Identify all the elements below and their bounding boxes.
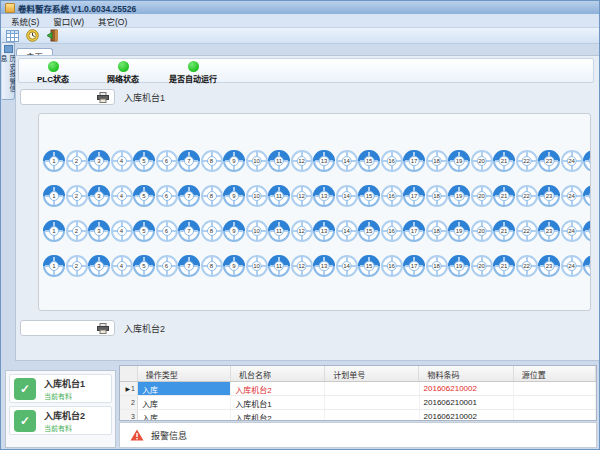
green-status-dot — [48, 61, 59, 72]
coil-slot-9-occupied: 9 — [223, 150, 245, 172]
coil-slot-7-occupied: 7 — [178, 255, 200, 277]
coil-slot-8-empty: 8 — [201, 150, 223, 172]
column-header[interactable]: 计划单号 — [325, 366, 419, 381]
machine-card-status: 当前有料 — [44, 391, 85, 401]
coil-slot-12-empty: 12 — [291, 185, 313, 207]
table-row[interactable]: 2入库入库机台1201606210001 — [120, 396, 596, 410]
station2-header: 入库机台2 — [20, 320, 165, 336]
table-row[interactable]: 3入库入库机台2201606210002 — [120, 410, 596, 421]
coil-slot-25-occupied: 25 — [583, 220, 591, 242]
coil-slot-9-occupied: 9 — [223, 185, 245, 207]
coil-slot-12-empty: 12 — [291, 255, 313, 277]
coil-slot-4-empty: 4 — [111, 255, 133, 277]
table-cell[interactable] — [325, 396, 419, 409]
coil-slot-2-empty: 2 — [66, 220, 88, 242]
green-status-dot — [188, 61, 199, 72]
machine-card-title: 入库机台1 — [44, 377, 85, 390]
coil-slot-3-occupied: 3 — [88, 220, 110, 242]
table-row[interactable]: ▶1入库入库机台2201606210002 — [120, 382, 596, 396]
printer-icon — [97, 323, 109, 334]
table-cell[interactable]: 入库机台1 — [231, 396, 325, 409]
coil-slot-11-occupied: 11 — [268, 220, 290, 242]
coil-slot-5-occupied: 5 — [133, 220, 155, 242]
column-header[interactable]: 源位置 — [514, 366, 596, 381]
status-indicator-label: 是否自动运行 — [169, 73, 217, 84]
coil-slot-21-occupied: 21 — [493, 220, 515, 242]
coil-slot-16-empty: 16 — [381, 185, 403, 207]
station1-label: 入库机台1 — [124, 91, 165, 104]
dock-tab-history-alarm[interactable]: 历史报警信息 — [2, 42, 15, 100]
coil-slot-15-occupied: 15 — [358, 185, 380, 207]
machine-card-info: 入库机台1当前有料 — [44, 377, 85, 401]
menu-system[interactable]: 系统(S) — [4, 15, 46, 27]
app-icon — [5, 3, 15, 13]
coil-slot-15-occupied: 15 — [358, 150, 380, 172]
title-bar: 卷料暂存系统 V1.0.6034.25526 — [1, 1, 599, 14]
machine-card-1: ✓入库机台1当前有料 — [9, 374, 112, 403]
coil-slot-10-empty: 10 — [246, 185, 268, 207]
coil-slot-1-occupied: 1 — [43, 220, 65, 242]
coil-slot-9-occupied: 9 — [223, 220, 245, 242]
table-cell[interactable] — [325, 410, 419, 421]
menu-window[interactable]: 窗口(W) — [46, 15, 91, 27]
coil-slot-13-occupied: 13 — [313, 185, 335, 207]
station2-button[interactable] — [20, 320, 115, 336]
column-header[interactable]: 机台名称 — [231, 366, 325, 381]
table-cell[interactable]: 入库机台2 — [231, 410, 325, 421]
table-cell[interactable]: 201606210002 — [420, 382, 514, 395]
table-cell[interactable] — [514, 396, 596, 409]
coil-slot-22-empty: 22 — [516, 220, 538, 242]
status-indicator-1: 网络状态 — [97, 61, 149, 84]
table-cell[interactable]: 201606210001 — [420, 396, 514, 409]
machine-card-info: 入库机台2当前有料 — [44, 409, 85, 433]
coil-slot-7-occupied: 7 — [178, 185, 200, 207]
alarm-bar: 报警信息 — [119, 422, 597, 448]
dock-panel-icon — [4, 45, 13, 53]
coil-slot-22-empty: 22 — [516, 185, 538, 207]
green-status-dot — [118, 61, 129, 72]
coil-slot-22-empty: 22 — [516, 150, 538, 172]
column-header[interactable]: 操作类型 — [138, 366, 231, 381]
coil-slot-18-empty: 18 — [426, 220, 448, 242]
grid-icon[interactable] — [5, 29, 20, 42]
coil-slot-6-empty: 6 — [156, 220, 178, 242]
table-cell[interactable]: 入库 — [138, 396, 231, 409]
coil-slot-4-empty: 4 — [111, 220, 133, 242]
coil-slot-23-occupied: 23 — [538, 220, 560, 242]
coil-slot-23-occupied: 23 — [538, 255, 560, 277]
window-title: 卷料暂存系统 V1.0.6034.25526 — [18, 2, 136, 14]
coil-slot-25-occupied: 25 — [583, 185, 591, 207]
table-cell[interactable] — [514, 410, 596, 421]
coil-slot-10-empty: 10 — [246, 255, 268, 277]
coil-slot-17-occupied: 17 — [403, 255, 425, 277]
menu-other[interactable]: 其它(O) — [91, 15, 134, 27]
table-cell[interactable] — [514, 382, 596, 395]
station1-button[interactable] — [20, 89, 115, 105]
exit-door-icon[interactable] — [45, 29, 60, 42]
status-indicator-label: 网络状态 — [107, 73, 139, 84]
clock-icon[interactable] — [25, 29, 40, 42]
coil-slot-15-occupied: 15 — [358, 220, 380, 242]
machine-status-panel: ✓入库机台1当前有料✓入库机台2当前有料 — [5, 370, 116, 448]
coil-slot-1-occupied: 1 — [43, 185, 65, 207]
table-cell[interactable]: 入库 — [138, 410, 231, 421]
station1-header: 入库机台1 — [20, 89, 165, 105]
coil-slot-21-occupied: 21 — [493, 185, 515, 207]
table-cell[interactable]: 入库机台2 — [231, 382, 325, 395]
machine-card-status: 当前有料 — [44, 423, 85, 433]
station2-label: 入库机台2 — [124, 322, 165, 335]
coil-slot-25-occupied: 25 — [583, 150, 591, 172]
printer-icon — [97, 92, 109, 103]
slot-row-1: 1234567891011121314151617181920212223242… — [43, 150, 590, 172]
table-corner-cell — [120, 366, 138, 381]
table-cell[interactable]: 入库 — [138, 382, 231, 395]
row-indicator: ▶1 — [120, 382, 138, 395]
table-cell[interactable] — [325, 382, 419, 395]
coil-slot-4-empty: 4 — [111, 150, 133, 172]
table-cell[interactable]: 201606210002 — [420, 410, 514, 421]
coil-slot-14-empty: 14 — [336, 150, 358, 172]
column-header[interactable]: 物料条码 — [419, 366, 513, 381]
check-icon: ✓ — [14, 410, 36, 432]
coil-slot-24-empty: 24 — [561, 220, 583, 242]
coil-slot-11-occupied: 11 — [268, 150, 290, 172]
